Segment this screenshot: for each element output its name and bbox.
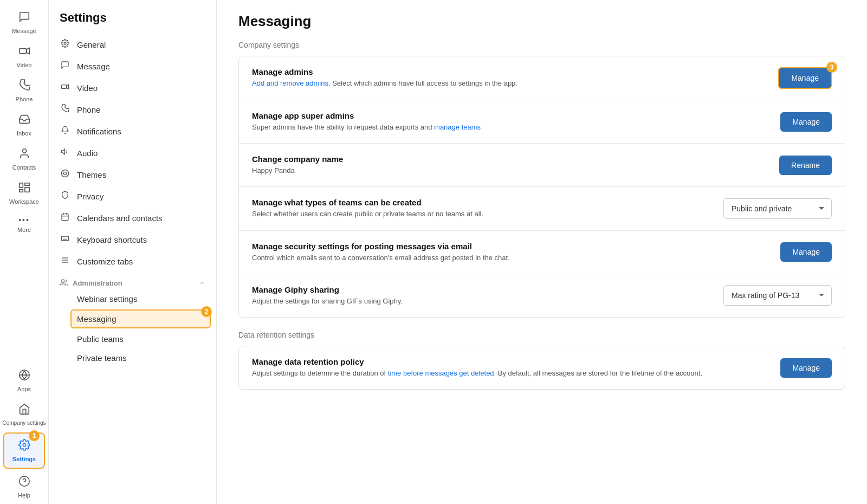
nav-settings[interactable]: 1 Settings bbox=[3, 432, 45, 469]
giphy-sharing-text: Manage Giphy sharing Adjust the settings… bbox=[252, 285, 713, 306]
nav-contacts[interactable]: Contacts bbox=[0, 142, 48, 176]
sidebar-customize-label: Customize tabs bbox=[77, 257, 133, 266]
security-email-text: Manage security settings for posting mes… bbox=[252, 242, 769, 263]
manage-admins-btn-wrap: Manage 3 bbox=[778, 67, 832, 89]
sidebar-calendars-label: Calendars and contacts bbox=[77, 214, 163, 223]
sidebar-audio-label: Audio bbox=[77, 148, 98, 158]
giphy-sharing-desc: Adjust the settings for sharing GIFs usi… bbox=[252, 296, 713, 306]
data-retention-suffix: By default, all messages are stored for … bbox=[496, 369, 702, 377]
company-section-label: Company settings bbox=[238, 41, 845, 49]
giphy-rating-dropdown[interactable]: Max rating of PG-13 Max rating of G Max … bbox=[723, 285, 832, 306]
data-retention-card: Manage data retention policy Adjust sett… bbox=[238, 346, 845, 390]
manage-admins-desc: Add and remove admins. Select which admi… bbox=[252, 79, 767, 88]
svg-rect-5 bbox=[24, 188, 29, 192]
nav-apps-label: Apps bbox=[17, 386, 31, 392]
admin-webinar[interactable]: Webinar settings bbox=[49, 289, 216, 308]
nav-inbox[interactable]: Inbox bbox=[0, 108, 48, 142]
manage-admins-badge: 3 bbox=[826, 62, 837, 73]
sidebar-keyboard-label: Keyboard shortcuts bbox=[77, 235, 147, 244]
manage-admins-title: Manage admins bbox=[252, 67, 767, 76]
video-icon bbox=[18, 45, 30, 60]
sidebar-general-label: General bbox=[77, 40, 106, 49]
security-email-desc: Control which emails sent to a conversat… bbox=[252, 253, 769, 263]
sidebar-item-audio[interactable]: Audio bbox=[49, 142, 216, 164]
workspace-icon bbox=[18, 182, 30, 196]
super-admins-desc-prefix: Super admins have the ability to request… bbox=[252, 123, 434, 131]
data-retention-section-label: Data retention settings bbox=[238, 331, 845, 339]
company-settings-icon bbox=[18, 403, 30, 418]
messaging-badge-2: 2 bbox=[201, 306, 212, 317]
data-retention-text: Manage data retention policy Adjust sett… bbox=[252, 357, 769, 378]
sidebar-item-calendars[interactable]: Calendars and contacts bbox=[49, 207, 216, 229]
manage-team-types-text: Manage what types of teams can be create… bbox=[252, 198, 713, 219]
data-retention-title: Manage data retention policy bbox=[252, 357, 769, 366]
nav-workspace[interactable]: Workspace bbox=[0, 176, 48, 210]
nav-phone[interactable]: Phone bbox=[0, 74, 48, 108]
manage-teams-link[interactable]: manage teams bbox=[434, 123, 481, 131]
help-icon bbox=[18, 475, 30, 490]
rename-company-button[interactable]: Rename bbox=[779, 156, 832, 175]
nav-help[interactable]: Help bbox=[0, 470, 48, 504]
nav-message[interactable]: Message bbox=[0, 5, 48, 40]
admin-messaging[interactable]: 2 Messaging bbox=[70, 309, 211, 328]
admin-public-teams[interactable]: Public teams bbox=[49, 329, 216, 348]
sidebar-phone-label: Phone bbox=[77, 105, 100, 114]
nav-more[interactable]: ••• More bbox=[0, 210, 48, 238]
add-remove-admins-link[interactable]: Add and remove admins. bbox=[252, 79, 331, 87]
more-icon: ••• bbox=[18, 216, 30, 224]
svg-point-10 bbox=[64, 42, 66, 44]
time-before-delete-link[interactable]: time before messages get deleted. bbox=[388, 369, 496, 377]
manage-admins-text: Manage admins Add and remove admins. Sel… bbox=[252, 67, 767, 88]
settings-sidebar: Settings General Message Video Phone Not… bbox=[49, 0, 217, 504]
manage-team-types-desc: Select whether users can create public o… bbox=[252, 209, 713, 219]
svg-rect-0 bbox=[19, 48, 26, 53]
sidebar-privacy-icon bbox=[60, 191, 70, 202]
svg-marker-13 bbox=[61, 149, 64, 154]
security-email-row: Manage security settings for posting mes… bbox=[239, 231, 845, 274]
sidebar-video-icon bbox=[60, 82, 70, 93]
settings-title: Settings bbox=[49, 0, 216, 34]
sidebar-item-customize[interactable]: Customize tabs bbox=[49, 250, 216, 272]
manage-admins-button[interactable]: Manage bbox=[778, 67, 832, 89]
sidebar-item-themes[interactable]: Themes bbox=[49, 164, 216, 185]
manage-super-admins-button[interactable]: Manage bbox=[780, 112, 832, 132]
nav-apps[interactable]: Apps bbox=[0, 364, 48, 398]
administration-section[interactable]: Administration bbox=[49, 272, 216, 289]
security-email-button[interactable]: Manage bbox=[780, 242, 832, 262]
nav-phone-label: Phone bbox=[16, 96, 33, 102]
giphy-sharing-title: Manage Giphy sharing bbox=[252, 285, 713, 294]
sidebar-item-message[interactable]: Message bbox=[49, 55, 216, 77]
admin-private-teams[interactable]: Private teams bbox=[49, 348, 216, 367]
sidebar-audio-icon bbox=[60, 147, 70, 158]
sidebar-notifications-icon bbox=[60, 126, 70, 137]
administration-label: Administration bbox=[60, 279, 122, 287]
svg-rect-20 bbox=[62, 214, 68, 221]
chevron-up-icon bbox=[199, 280, 205, 286]
sidebar-item-phone[interactable]: Phone bbox=[49, 99, 216, 120]
sidebar-privacy-label: Privacy bbox=[77, 192, 103, 201]
contacts-icon bbox=[18, 147, 30, 162]
svg-line-19 bbox=[67, 176, 68, 176]
sidebar-item-notifications[interactable]: Notifications bbox=[49, 120, 216, 142]
sidebar-item-video[interactable]: Video bbox=[49, 77, 216, 99]
giphy-sharing-row: Manage Giphy sharing Adjust the settings… bbox=[239, 274, 845, 317]
team-types-dropdown[interactable]: Public and private Public only Private o… bbox=[723, 198, 832, 219]
sidebar-item-general[interactable]: General bbox=[49, 34, 216, 55]
company-name-value: Happy Panda bbox=[252, 166, 768, 176]
svg-point-33 bbox=[61, 280, 64, 282]
company-settings-card: Manage admins Add and remove admins. Sel… bbox=[238, 56, 845, 318]
data-retention-button[interactable]: Manage bbox=[780, 358, 832, 378]
sidebar-item-privacy[interactable]: Privacy bbox=[49, 185, 216, 207]
inbox-icon bbox=[18, 113, 30, 128]
sidebar-message-icon bbox=[60, 61, 70, 72]
sidebar-item-keyboard[interactable]: Keyboard shortcuts bbox=[49, 229, 216, 250]
data-retention-prefix: Adjust settings to determine the duratio… bbox=[252, 369, 388, 377]
nav-contacts-label: Contacts bbox=[12, 164, 36, 171]
manage-super-admins-desc: Super admins have the ability to request… bbox=[252, 122, 769, 132]
svg-rect-3 bbox=[19, 183, 22, 188]
manage-admins-row: Manage admins Add and remove admins. Sel… bbox=[239, 56, 845, 100]
sidebar-notifications-label: Notifications bbox=[77, 127, 121, 136]
nav-company-settings[interactable]: Company settings bbox=[0, 398, 48, 431]
svg-point-2 bbox=[22, 149, 26, 153]
nav-video[interactable]: Video bbox=[0, 40, 48, 74]
